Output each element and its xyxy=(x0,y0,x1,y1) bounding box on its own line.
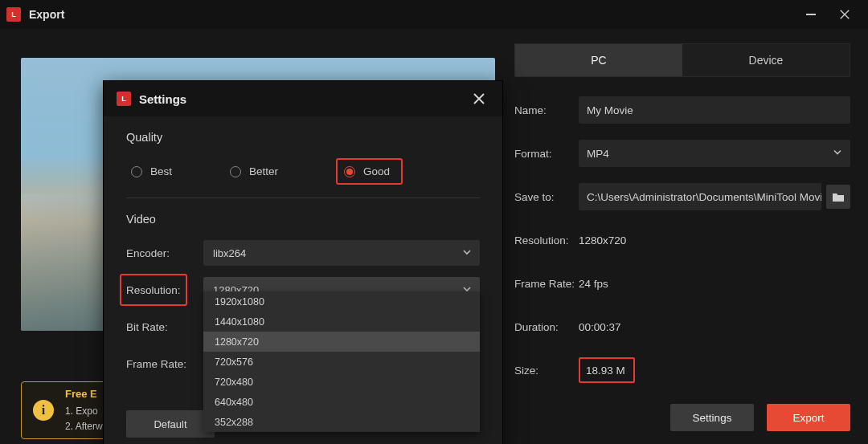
chevron-down-icon xyxy=(833,148,842,160)
quality-section-label: Quality xyxy=(126,131,480,144)
export-button[interactable]: Export xyxy=(767,404,850,431)
window-title: Export xyxy=(29,8,64,21)
quality-better-radio[interactable]: Better xyxy=(230,158,278,185)
default-button[interactable]: Default xyxy=(126,410,215,438)
settings-dialog-title: Settings xyxy=(139,92,186,106)
settings-close-button[interactable] xyxy=(469,88,489,109)
tab-device[interactable]: Device xyxy=(682,44,850,76)
format-select[interactable]: MP4 xyxy=(579,140,850,167)
name-label: Name: xyxy=(514,104,579,116)
export-panel: PC Device Name: My Movie Format: MP4 Sav… xyxy=(514,43,850,439)
framerate-label: Frame Rate: xyxy=(514,278,579,290)
info-icon: i xyxy=(33,400,54,421)
format-label: Format: xyxy=(514,148,579,160)
close-icon xyxy=(473,92,485,105)
radio-icon xyxy=(131,166,142,177)
quality-best-label: Best xyxy=(150,165,172,177)
close-window-button[interactable] xyxy=(828,0,862,29)
duration-label: Duration: xyxy=(514,321,579,333)
quality-good-radio[interactable]: Good xyxy=(344,165,390,177)
settings-dialog-header: L Settings xyxy=(104,81,502,116)
app-icon: L xyxy=(117,92,131,106)
saveto-input[interactable]: C:\Users\Administrator\Documents\MiniToo… xyxy=(579,183,821,210)
resolution-dropdown: 1920x1080 1440x1080 1280x720 720x576 720… xyxy=(203,291,480,432)
resolution-label: Resolution: xyxy=(514,234,579,246)
target-tabs: PC Device xyxy=(514,43,850,77)
quality-good-label: Good xyxy=(363,165,390,177)
main-area: i Free E 1. Expo 2. Afterwards, export v… xyxy=(0,29,868,444)
resolution-value: 1280x720 xyxy=(579,234,626,246)
settings-dialog: L Settings Quality Best Better xyxy=(103,80,503,444)
duration-value: 00:00:37 xyxy=(579,321,621,333)
radio-selected-icon xyxy=(344,166,355,177)
app-icon: L xyxy=(6,7,21,22)
tab-pc[interactable]: PC xyxy=(515,44,682,76)
folder-icon xyxy=(832,191,845,202)
settings-resolution-label: Resolution: xyxy=(126,284,181,296)
size-value-highlight: 18.93 M xyxy=(579,357,635,383)
quality-best-radio[interactable]: Best xyxy=(131,158,172,185)
encoder-label: Encoder: xyxy=(126,247,203,259)
size-label: Size: xyxy=(514,365,579,377)
resolution-option[interactable]: 720x480 xyxy=(203,372,480,392)
bitrate-label: Bit Rate: xyxy=(126,321,203,333)
settings-framerate-label: Frame Rate: xyxy=(126,358,203,370)
browse-folder-button[interactable] xyxy=(826,185,850,209)
video-section-label: Video xyxy=(126,213,480,226)
resolution-option-selected[interactable]: 1280x720 xyxy=(203,332,480,352)
quality-good-highlight: Good xyxy=(336,158,403,185)
divider xyxy=(126,198,480,198)
resolution-option[interactable]: 720x576 xyxy=(203,352,480,372)
settings-button[interactable]: Settings xyxy=(670,404,754,431)
encoder-select[interactable]: libx264 xyxy=(203,240,480,266)
resolution-label-highlight: Resolution: xyxy=(120,274,187,306)
size-value: 18.93 M xyxy=(586,365,625,377)
chevron-down-icon xyxy=(462,247,472,259)
radio-icon xyxy=(230,166,241,177)
resolution-option[interactable]: 640x480 xyxy=(203,392,480,412)
minimize-button[interactable] xyxy=(794,0,828,29)
title-bar: L Export xyxy=(0,0,868,29)
quality-better-label: Better xyxy=(249,165,278,177)
resolution-option[interactable]: 1920x1080 xyxy=(203,291,480,312)
resolution-option[interactable]: 1440x1080 xyxy=(203,312,480,332)
framerate-value: 24 fps xyxy=(579,278,608,290)
saveto-label: Save to: xyxy=(514,191,579,203)
resolution-option[interactable]: 352x288 xyxy=(203,412,480,432)
name-input[interactable]: My Movie xyxy=(579,96,850,124)
